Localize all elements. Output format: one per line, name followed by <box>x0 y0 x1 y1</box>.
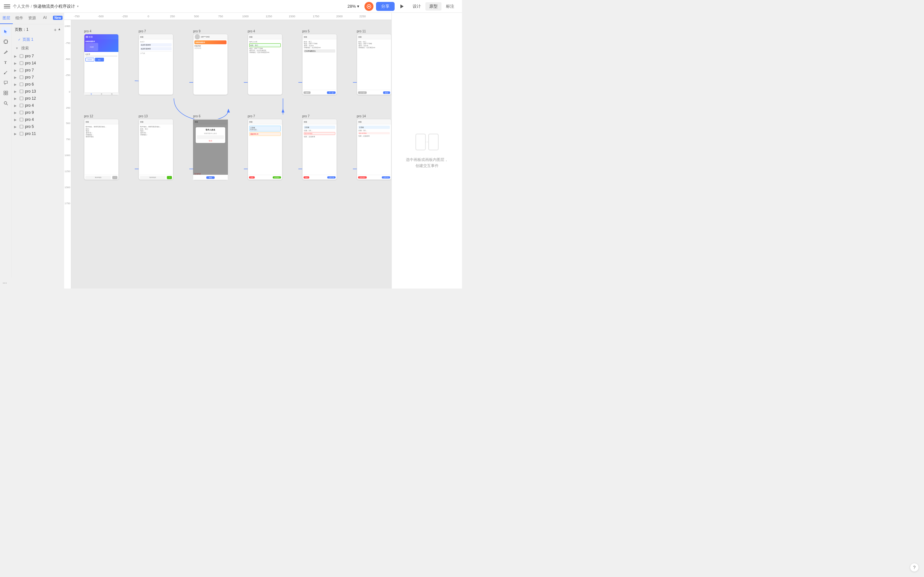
tab-new[interactable]: New <box>51 13 64 24</box>
frame-pro6[interactable]: pro 6 标题 取件人姓名 请填写取件人姓名 取消 取 <box>193 114 228 180</box>
search-dropdown[interactable]: ▾ <box>16 46 18 50</box>
tool-frame[interactable] <box>1 37 10 46</box>
play-button[interactable] <box>397 2 406 11</box>
svg-rect-33 <box>20 111 23 114</box>
layer-pro4-2[interactable]: ▶ pro 4 <box>11 116 64 123</box>
canvas-viewport[interactable]: pro 4 标题 在线快递取件 快递图 北 <box>71 20 391 288</box>
add-page-button[interactable]: + <box>54 27 57 32</box>
layer-name: pro 14 <box>25 61 61 65</box>
page-item-1[interactable]: ✓ 页面 1 <box>11 35 64 44</box>
search-input[interactable] <box>21 46 64 50</box>
svg-marker-2 <box>4 30 7 33</box>
frame-pro5[interactable]: pro 5 标题 姓名：张三 电话：155****7946 省/市：北京市 详细… <box>302 29 337 95</box>
tab-assets[interactable]: 资源 <box>26 13 39 24</box>
layer-pro4-1[interactable]: ▶ pro 4 <box>11 102 64 109</box>
tool-cursor[interactable] <box>1 27 10 36</box>
tab-layers[interactable]: 图层 <box>0 13 13 24</box>
tool-comment[interactable] <box>1 78 10 87</box>
sidebar-left-tools: T <box>0 24 11 277</box>
tab-design[interactable]: 设计 <box>409 2 425 11</box>
layer-name: pro 6 <box>25 82 61 87</box>
breadcrumb-folder[interactable]: 个人文件 <box>13 3 29 9</box>
tool-pencil[interactable] <box>1 68 10 77</box>
tab-ai[interactable]: AI <box>39 13 51 24</box>
topbar: 个人文件 / 快递物流类小程序设计 ▾ 28% ▾ 分享 设计 原型 标注 <box>0 0 462 13</box>
page-name-1: 页面 1 <box>23 37 33 42</box>
pages-count-label: 页数：1 <box>15 27 29 32</box>
main-area: 图层 组件 资源 AI New T <box>0 13 462 288</box>
zoom-chevron: ▾ <box>357 4 359 9</box>
share-button[interactable]: 分享 <box>376 2 395 11</box>
svg-rect-3 <box>4 40 7 43</box>
layer-name: pro 13 <box>25 89 61 93</box>
nav-tabs: 设计 原型 标注 <box>409 2 458 11</box>
zoom-value: 28% <box>347 4 356 9</box>
more-options[interactable]: ··· <box>3 280 7 286</box>
svg-rect-32 <box>20 104 23 107</box>
layer-pro12[interactable]: ▶ pro 12 <box>11 95 64 102</box>
menu-icon[interactable] <box>4 3 10 10</box>
svg-rect-39 <box>416 134 425 150</box>
svg-rect-35 <box>20 125 23 128</box>
frame-pro12[interactable]: pro 12 标题 取件地址，请填写真实地址... 姓名： 电话： 省/市/区：… <box>84 114 119 180</box>
layer-pro7-3[interactable]: ▶ pro 7 <box>11 74 64 81</box>
breadcrumb-chevron[interactable]: ▾ <box>77 5 79 8</box>
sidebar-right-content: 页数：1 + ▲ ✓ 页面 1 ▾ ≡ ▲ <box>11 24 64 277</box>
layer-pro14[interactable]: ▶ pro 14 <box>11 60 64 67</box>
layer-pro7-2[interactable]: ▶ pro 7 <box>11 67 64 74</box>
frame-pro9[interactable]: pro 9 155****2442 在线快速软件 列表内容 日历/分组 <box>193 29 228 95</box>
zoom-control[interactable]: 28% ▾ <box>345 3 362 10</box>
svg-rect-31 <box>20 97 23 100</box>
frame-pro11[interactable]: pro 11 标题 姓名：张三 电话：155****7946 省/市：北京市 详… <box>357 29 391 95</box>
layer-name: pro 4 <box>25 103 61 108</box>
layers-list: ▶ pro 7 ▶ pro 14 ▶ pro 7 <box>11 53 64 137</box>
layer-pro11[interactable]: ▶ pro 11 <box>11 130 64 137</box>
layer-name: pro 9 <box>25 110 61 115</box>
frame-pro4-1[interactable]: pro 4 标题 在线快递取件 快递图 北 <box>84 29 119 95</box>
frame-pro4-2[interactable]: pro 4 标题 收件人大买 姓名：张三 电话：155****7946 省/市/… <box>248 29 282 95</box>
tool-components[interactable] <box>1 89 10 97</box>
tab-prototype[interactable]: 原型 <box>425 2 441 11</box>
ruler-horizontal: -750 -500 -250 0 250 500 750 1000 1250 1… <box>64 13 391 20</box>
layer-pro9[interactable]: ▶ pro 9 <box>11 109 64 116</box>
svg-rect-12 <box>6 93 8 95</box>
layer-pro6[interactable]: ▶ pro 6 <box>11 81 64 88</box>
tool-search[interactable] <box>1 99 10 108</box>
svg-rect-34 <box>20 118 23 121</box>
frame-pro13[interactable]: pro 13 标题 取件地址，请填写真实地址... 姓名：张三 电话： 省/市/… <box>139 114 173 180</box>
frame-pro7-bottom[interactable]: pro 7 标题 王老板 联系信息... 退款999.00 <box>248 114 282 180</box>
svg-rect-30 <box>20 90 23 93</box>
frame-pro14-bottom[interactable]: pro 14 标题 王老板 日期：3月... 退款 AVR退款 <box>357 114 391 180</box>
sidebar: 图层 组件 资源 AI New T <box>0 13 64 288</box>
svg-rect-36 <box>20 132 23 135</box>
connections-svg <box>84 29 391 254</box>
layer-name: pro 7 <box>25 75 61 79</box>
layer-pro13[interactable]: ▶ pro 13 <box>11 88 64 95</box>
svg-text:T: T <box>4 60 7 64</box>
right-panel: 选中画板或画板内图层，创建交互事件 <box>391 13 462 288</box>
svg-rect-10 <box>6 91 8 93</box>
ruler-vertical: -1000 -750 -500 -250 0 250 500 750 1000 … <box>64 20 71 288</box>
frame-pro7-1[interactable]: pro 7 标题 姓名3 北京市 苏州市 北京市 苏州市 大气候 <box>139 29 173 95</box>
tool-text[interactable]: T <box>1 58 10 67</box>
pages-header: 页数：1 + ▲ <box>11 24 64 35</box>
svg-line-14 <box>6 104 8 105</box>
tab-components[interactable]: 组件 <box>13 13 26 24</box>
breadcrumb-file[interactable]: 快递物流类小程序设计 <box>33 3 75 9</box>
canvas-area[interactable]: -750 -500 -250 0 250 500 750 1000 1250 1… <box>64 13 391 288</box>
sidebar-tabs: 图层 组件 资源 AI New <box>0 13 64 24</box>
layer-name: pro 11 <box>25 131 61 136</box>
svg-rect-17 <box>20 55 23 58</box>
collapse-pages-button[interactable]: ▲ <box>58 27 61 32</box>
layer-pro5[interactable]: ▶ pro 5 <box>11 123 64 130</box>
tool-pen[interactable] <box>1 47 10 56</box>
layer-pro7-1[interactable]: ▶ pro 7 <box>11 53 64 60</box>
layer-name: pro 7 <box>25 68 61 73</box>
logo-icon <box>365 2 373 11</box>
frame-pro7-5[interactable]: pro 7 标题 王老板 日期：3月... 退款 AVR退款 <box>302 114 337 180</box>
topbar-right: 分享 设计 原型 标注 <box>365 2 458 11</box>
sidebar-bottom: ··· <box>0 277 64 288</box>
svg-rect-27 <box>20 69 23 72</box>
tab-annotation[interactable]: 标注 <box>442 2 458 11</box>
placeholder-icon <box>414 132 440 152</box>
